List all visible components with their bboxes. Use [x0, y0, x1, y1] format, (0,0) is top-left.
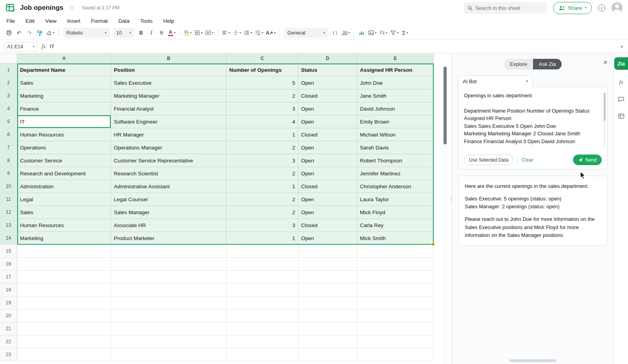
menu-view[interactable]: View [45, 18, 57, 24]
cell-A23[interactable] [17, 348, 111, 361]
row-header-1[interactable]: 1 [0, 64, 17, 76]
cell-E22[interactable] [357, 335, 434, 348]
panel-scrollbar[interactable] [509, 359, 557, 362]
cell-E7[interactable]: Sarah Davis [357, 141, 434, 154]
cell-B23[interactable] [111, 348, 226, 361]
search-input[interactable] [475, 5, 543, 11]
comments-sidebar-icon[interactable] [618, 96, 624, 102]
decimal-places-button[interactable]: .00▾ [340, 28, 351, 38]
cell-C22[interactable] [226, 335, 298, 348]
row-header-17[interactable]: 17 [0, 271, 17, 284]
row-header-11[interactable]: 11 [0, 193, 17, 206]
cell-A4[interactable]: Finance [17, 102, 111, 115]
cell-B7[interactable]: Operations Manager [111, 141, 226, 154]
cell-A18[interactable] [17, 284, 111, 297]
cell-B12[interactable]: Sales Manager [111, 206, 226, 219]
redo-button[interactable]: ↷ [24, 28, 34, 38]
cell-C13[interactable]: 3 [226, 219, 298, 232]
cell-A1[interactable]: Department Name [17, 64, 111, 76]
row-header-6[interactable]: 6 [0, 128, 17, 141]
cell-E15[interactable] [357, 245, 434, 258]
cell-C9[interactable]: 2 [226, 167, 298, 180]
favorite-star-icon[interactable]: ☆ [69, 4, 74, 11]
formula-bar-collapse-icon[interactable]: ∨ [620, 44, 628, 49]
cell-D17[interactable] [298, 271, 357, 284]
cell-B1[interactable]: Position [111, 64, 226, 76]
cell-B8[interactable]: Customer Service Representative [111, 154, 226, 167]
paint-format-button[interactable] [35, 28, 44, 38]
row-header-13[interactable]: 13 [0, 219, 17, 232]
sheet-search[interactable] [464, 2, 547, 14]
vertical-scrollbar-thumb[interactable] [444, 67, 447, 144]
vertical-align-button[interactable]: ▾ [232, 28, 242, 38]
col-header-C[interactable]: C [226, 53, 298, 64]
cell-C20[interactable] [226, 309, 298, 322]
row-header-2[interactable]: 2 [0, 76, 17, 89]
cell-E12[interactable]: Mick Floyd [357, 206, 434, 219]
cell-A6[interactable]: Human Resources [17, 128, 111, 141]
bold-button[interactable]: B [136, 28, 146, 38]
menu-data[interactable]: Data [119, 18, 130, 24]
share-button[interactable]: Share ▾ [553, 2, 592, 14]
cell-C3[interactable]: 2 [226, 89, 298, 102]
row-header-19[interactable]: 19 [0, 297, 17, 309]
horizontal-align-button[interactable]: ▾ [221, 28, 231, 38]
cell-E16[interactable] [357, 258, 434, 271]
menu-file[interactable]: File [6, 18, 15, 24]
formula-input[interactable]: IT [49, 44, 54, 49]
indent-button[interactable]: ▾ [243, 28, 253, 38]
cell-B14[interactable]: Product Marketer [111, 232, 226, 245]
cell-C23[interactable] [226, 348, 298, 361]
col-header-A[interactable]: A [17, 53, 111, 64]
cell-D2[interactable]: Open [298, 76, 357, 89]
cell-B9[interactable]: Research Scientist [111, 167, 226, 180]
cell-B21[interactable] [111, 322, 226, 335]
cell-C18[interactable] [226, 284, 298, 297]
info-icon[interactable]: i [598, 4, 605, 11]
cell-A10[interactable]: Administration [17, 180, 111, 193]
cell-B3[interactable]: Marketing Manager [111, 89, 226, 102]
sort-button[interactable]: ▾ [378, 28, 389, 38]
cell-E9[interactable]: Jennifer Martinez [357, 167, 434, 180]
cell-D13[interactable]: Closed [298, 219, 357, 232]
cell-D19[interactable] [298, 297, 357, 309]
insert-image-button[interactable]: ▾ [367, 28, 378, 38]
merge-cells-button[interactable]: ▾ [204, 28, 215, 38]
row-header-20[interactable]: 20 [0, 309, 17, 322]
cell-D22[interactable] [298, 335, 357, 348]
cell-A5[interactable]: IT [17, 115, 111, 128]
cell-A21[interactable] [17, 322, 111, 335]
wrap-text-button[interactable]: ▾ [254, 28, 264, 38]
tab-ask-zia[interactable]: Ask Zia [533, 59, 562, 69]
cell-B11[interactable]: Legal Counsel [111, 193, 226, 206]
col-header-D[interactable]: D [298, 53, 357, 64]
undo-button[interactable]: ↶ [14, 28, 24, 38]
row-header-15[interactable]: 15 [0, 245, 17, 258]
menu-tools[interactable]: Tools [140, 18, 153, 24]
cell-B16[interactable] [111, 258, 226, 271]
cell-C10[interactable]: 1 [226, 180, 298, 193]
vertical-scrollbar[interactable] [443, 64, 447, 364]
cell-E11[interactable]: Laura Taylor [357, 193, 434, 206]
cell-B20[interactable] [111, 309, 226, 322]
cell-C2[interactable]: 5 [226, 76, 298, 89]
cell-A9[interactable]: Research and Development [17, 167, 111, 180]
cell-D12[interactable]: Open [298, 206, 357, 219]
cell-C14[interactable]: 1 [226, 232, 298, 245]
row-header-4[interactable]: 4 [0, 102, 17, 115]
row-header-10[interactable]: 10 [0, 180, 17, 193]
cell-D7[interactable]: Open [298, 141, 357, 154]
avatar[interactable] [612, 2, 623, 13]
cell-D6[interactable]: Closed [298, 128, 357, 141]
italic-button[interactable]: I [146, 28, 156, 38]
cell-C11[interactable]: 2 [226, 193, 298, 206]
cell-A15[interactable] [17, 245, 111, 258]
cell-D8[interactable]: Open [298, 154, 357, 167]
cell-C5[interactable]: 4 [226, 115, 298, 128]
row-header-23[interactable]: 23 [0, 348, 17, 361]
cell-E10[interactable]: Christopher Anderson [357, 180, 434, 193]
cell-A2[interactable]: Sales [17, 76, 111, 89]
cell-A11[interactable]: Legal [17, 193, 111, 206]
row-header-9[interactable]: 9 [0, 167, 17, 180]
cell-D21[interactable] [298, 322, 357, 335]
